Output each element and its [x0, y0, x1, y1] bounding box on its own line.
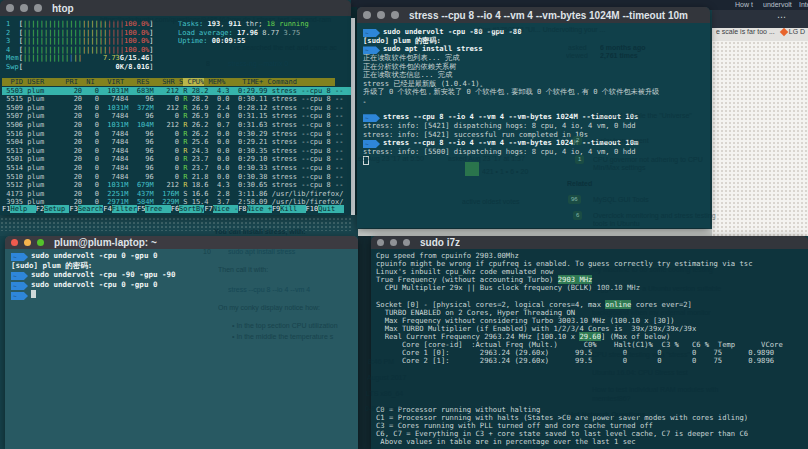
- terminal-line: Above values in table are in percentage …: [376, 438, 783, 446]
- terminal-line: [376, 365, 783, 373]
- terminal-line: CPU Multiplier 29x || Bus clock frequenc…: [376, 284, 783, 292]
- minimize-button-icon[interactable]: [20, 4, 28, 12]
- terminal-line: 2 [||||||||||||||||||||||||100.0%]: [6, 29, 154, 38]
- terminal-line: 4173 plum 20 0 2251M 437M 176M S 16.6 2.…: [2, 190, 351, 199]
- terminal-line: Swp[ 0K/8.01G]: [6, 63, 154, 72]
- window-title: sudo i7z: [420, 237, 460, 248]
- local-titlebar[interactable]: plum@plum-laptop: ~: [5, 236, 358, 249]
- terminal-line: [376, 390, 783, 398]
- terminal-line: ~sudo undervolt -cpu -90 -gpu -90: [11, 270, 176, 280]
- terminal-line: ~sudo undervolt -cpu 0 -gpu 0: [11, 251, 176, 261]
- terminal-line: 5503 plum 20 0 1031M 683M 212 R 28.2 4.3…: [2, 87, 351, 96]
- terminal-line: 5515 plum 20 0 7484 96 0 R 28.2 0.0 0:30…: [2, 95, 351, 104]
- desktop-screen: How t undervolt Inte ⋯ e scale is far to…: [0, 0, 808, 449]
- terminal-line: 5501 plum 20 0 7484 96 0 R 23.7 0.0 0:29…: [2, 155, 351, 164]
- htop-process-table[interactable]: PID USER PRI NI VIRT RES SHR S CPU% MEM%…: [2, 78, 351, 207]
- i7z-terminal-output[interactable]: Cpu speed from cpuinfo 2903.00Mhzcpuinfo…: [376, 252, 783, 446]
- terminal-line: 3 [||||||||||||||||||||||||100.0%]: [6, 37, 154, 46]
- terminal-line: 5504 plum 20 0 7484 96 0 R 25.6 0.0 0:29…: [2, 138, 351, 147]
- window-htop: htop 1 [||||||||||||||||||||||||100.0%]2…: [0, 0, 351, 215]
- htop-tasks-load-uptime: Tasks: 193, 911 thr; 18 runningLoad aver…: [178, 20, 309, 46]
- terminal-line: 升级了 0 个软件包，新安装了 0 个软件包，要卸载 0 个软件包，有 0 个软…: [363, 88, 659, 96]
- stress-terminal-output[interactable]: ~sudo undervolt -cpu -80 -gpu -80[sudo] …: [363, 28, 659, 167]
- terminal-line: [363, 156, 659, 166]
- terminal-line: [376, 373, 783, 381]
- close-button-icon[interactable]: [363, 11, 371, 19]
- terminal-line: 5514 plum 20 0 7484 96 0 R 23.7 0.0 0:30…: [2, 164, 351, 173]
- terminal-line: 5509 plum 20 0 1031M 372M 212 R 26.9 2.4…: [2, 104, 351, 113]
- minimize-button-icon[interactable]: [24, 239, 31, 246]
- i7z-titlebar[interactable]: sudo i7z: [371, 236, 808, 249]
- close-button-icon[interactable]: [11, 239, 18, 246]
- terminal-line: ~: [11, 290, 176, 300]
- maximize-button-icon[interactable]: [34, 4, 42, 12]
- terminal-line: 5507 plum 20 0 7484 96 0 R 26.9 0.0 0:31…: [2, 112, 351, 121]
- terminal-line: Mem[|||||||||||||| 7.73G/15.4G]: [6, 54, 154, 63]
- terminal-line: [376, 382, 783, 390]
- stress-titlebar[interactable]: stress --cpu 8 --io 4 --vm 4 --vm-bytes …: [357, 7, 710, 23]
- terminal-line: stress: info: [5500] dispatching hogs: 8…: [363, 148, 659, 156]
- minimize-button-icon[interactable]: [390, 239, 397, 246]
- terminal-line: Load average: 17.96 8.77 3.75: [178, 29, 309, 38]
- terminal-line: 5506 plum 20 0 1031M 104M 212 R 26.2 0.7…: [2, 121, 351, 130]
- terminal-line: ~sudo undervolt -cpu 0 -gpu 0: [11, 280, 176, 290]
- terminal-line: PID USER PRI NI VIRT RES SHR S CPU% MEM%…: [2, 78, 351, 87]
- terminal-line: 5516 plum 20 0 7484 96 0 R 26.2 0.0 0:30…: [2, 130, 351, 139]
- windows-layer: htop 1 [||||||||||||||||||||||||100.0%]2…: [0, 0, 808, 449]
- local-terminal-output[interactable]: ~sudo undervolt -cpu 0 -gpu 0[sudo] plum…: [11, 251, 176, 300]
- terminal-line: 5512 plum 20 0 1031M 679M 212 R 18.6 4.3…: [2, 181, 351, 190]
- terminal-line: F1Help F2Setup F3SearchF4FilterF5Tree F6…: [2, 205, 344, 214]
- terminal-line: 。: [363, 96, 659, 104]
- window-title: stress --cpu 8 --io 4 --vm 4 --vm-bytes …: [409, 10, 688, 21]
- htop-function-key-bar[interactable]: F1Help F2Setup F3SearchF4FilterF5Tree F6…: [2, 205, 344, 214]
- window-title: htop: [52, 3, 74, 14]
- terminal-line: 4 [||||||||||||||||||||||||100.0%]: [6, 46, 154, 55]
- htop-cpu-memory-meters: 1 [||||||||||||||||||||||||100.0%]2 [|||…: [6, 20, 154, 72]
- terminal-line: Tasks: 193, 911 thr; 18 running: [178, 20, 309, 29]
- close-button-icon[interactable]: [377, 239, 384, 246]
- terminal-line: 5513 plum 20 0 7484 96 0 R 24.3 0.0 0:30…: [2, 147, 351, 156]
- minimize-button-icon[interactable]: [377, 11, 385, 19]
- terminal-line: 5510 plum 20 0 7484 96 0 R 21.8 0.0 0:30…: [2, 173, 351, 182]
- window-local-terminal: plum@plum-laptop: ~ ~sudo undervolt -cpu…: [5, 236, 358, 449]
- maximize-button-icon[interactable]: [391, 11, 399, 19]
- maximize-button-icon[interactable]: [403, 239, 410, 246]
- terminal-line: 1 [||||||||||||||||||||||||100.0%]: [6, 20, 154, 29]
- close-button-icon[interactable]: [6, 4, 14, 12]
- maximize-button-icon[interactable]: [37, 239, 44, 246]
- window-title: plum@plum-laptop: ~: [54, 237, 157, 248]
- window-i7z: sudo i7z Cpu speed from cpuinfo 2903.00M…: [371, 236, 808, 449]
- terminal-line: Uptime: 00:09:55: [178, 37, 309, 46]
- terminal-line: Core 2 [1]: 2963.24 (29.60x) 99.5 0 0 0 …: [376, 357, 783, 365]
- window-stress-terminal: stress --cpu 8 --io 4 --vm 4 --vm-bytes …: [357, 7, 710, 228]
- htop-titlebar[interactable]: htop: [0, 0, 351, 16]
- terminal-line: [sudo] plum 的密码:: [11, 261, 176, 270]
